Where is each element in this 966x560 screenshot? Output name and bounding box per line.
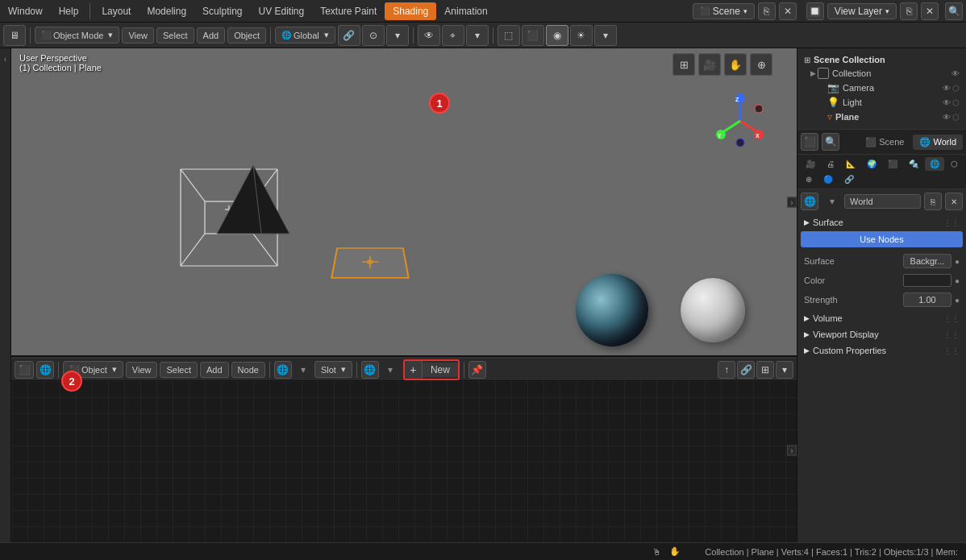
menu-texture-paint[interactable]: Texture Paint [312,2,385,20]
surface-section-header[interactable]: ▶ Surface ⋮⋮ [801,215,963,230]
prop-tab-physics[interactable]: 🔵 [818,172,838,186]
viewport-collapse-right[interactable]: › [787,197,797,207]
shading-dropdown-btn[interactable]: ▾ [466,25,489,46]
volume-section-header[interactable]: ▶ Volume ⋮⋮ [801,311,963,326]
props-type-btn[interactable]: ⬛ [801,133,818,151]
search-btn[interactable]: 🔍 [945,2,963,20]
node-select-btn[interactable]: Select [160,362,198,378]
prop-tab-scene[interactable]: 🌍 [862,157,881,171]
node-slot-dropdown[interactable]: Slot [314,361,352,378]
view-toggle-btn[interactable]: ⊞ [672,53,695,76]
menu-uv-editing[interactable]: UV Editing [250,2,312,20]
strength-value[interactable]: 1.00 [903,292,951,307]
world-tab[interactable]: 🌐 World [913,135,963,150]
node-node-btn[interactable]: Node [231,362,265,378]
node-dropdown-arrow[interactable]: ▾ [294,361,312,379]
light-item[interactable]: ▶ 💡 Light 👁 ⬡ [801,95,963,110]
camera-eye[interactable]: 👁 [943,84,951,93]
camera-item[interactable]: ▶ 📷 Camera 👁 ⬡ [801,81,963,95]
menu-shading[interactable]: Shading [385,2,436,20]
prop-tab-object-data[interactable]: ⬛ [883,157,902,171]
gizmo-btn[interactable]: ⌖ [442,25,464,46]
collection-eye[interactable]: 👁 [951,69,960,78]
camera-extra-btn[interactable]: ⬡ [952,84,960,93]
3d-viewport[interactable]: User Perspective (1) Collection | Plane [11,48,797,357]
world-type-icon[interactable]: 🌐 [801,193,818,210]
node-more-btn[interactable]: ▾ [776,361,793,379]
scene-selector[interactable]: ⬛ Scene ▾ [693,3,755,19]
prop-tab-constraints2[interactable]: 🔗 [839,172,859,186]
node-view-btn[interactable]: View [126,362,158,378]
new-plus-btn[interactable]: + [405,361,423,379]
viewlayer-selector[interactable]: View Layer ▾ [827,3,897,19]
viewlayer-copy-btn[interactable]: ⎘ [900,2,918,20]
prop-tab-output[interactable]: 🖨 [822,157,839,171]
world-new-btn[interactable]: ✕ [945,193,963,210]
surface-dot[interactable]: ● [955,257,960,266]
world-copy-btn[interactable]: ⎘ [924,193,942,210]
editor-type-btn[interactable]: 🖥 [3,25,26,46]
viewport-shading-material[interactable]: ◉ [546,25,568,46]
menu-window[interactable]: Window [0,2,51,20]
viewport-shading-wireframe[interactable]: ⬚ [498,25,520,46]
viewport-shading-solid[interactable]: ⬛ [522,25,544,46]
node-world-icon3[interactable]: 🌐 [361,361,379,379]
node-dropdown-arrow2[interactable]: ▾ [381,361,399,379]
object-mode-dropdown[interactable]: ⬛ Object Mode [35,27,119,44]
surface-value[interactable]: Backgr... [903,254,951,268]
prop-tab-object-constraints[interactable]: 🔩 [904,157,923,171]
node-layout-btn[interactable]: ⊞ [756,361,774,379]
node-object-mode-dropdown[interactable]: ⬛ Object [63,361,123,378]
node-snap-btn[interactable]: 🔗 [737,361,755,379]
world-name-field[interactable]: World [844,194,921,209]
view-btn[interactable]: View [122,27,154,44]
color-swatch[interactable] [903,274,951,287]
viewport-gizmo[interactable]: Z X Y [712,93,768,149]
node-editor-collapse-right[interactable]: › [787,446,797,456]
node-world-icon2[interactable]: 🌐 [274,361,292,379]
viewport-overlay-dropdown[interactable]: ▾ [594,25,617,46]
menu-sculpting[interactable]: Sculpting [194,2,250,20]
node-editor[interactable]: ⬛ 🌐 ⬛ Object View Select Add Node 🌐 ▾ Sl… [11,357,797,542]
prop-tab-world[interactable]: 🌐 [925,157,944,171]
custom-props-section-header[interactable]: ▶ Custom Properties ⋮⋮ [801,343,963,358]
scene-copy-btn[interactable]: ⎘ [758,2,776,20]
world-browse-btn[interactable]: ▾ [823,193,841,210]
scene-tab[interactable]: ⬛ Scene [859,135,910,150]
scene-close-btn[interactable]: ✕ [779,2,797,20]
menu-animation[interactable]: Animation [436,2,495,20]
plane-eye[interactable]: 👁 [943,113,951,122]
camera-view-btn[interactable]: 🎥 [698,53,721,76]
add-btn[interactable]: Add [197,27,226,44]
overlay-btn[interactable]: 👁 [418,25,440,46]
new-label-btn[interactable]: New [423,363,458,377]
viewport-lock-btn[interactable]: ⊕ [750,53,772,76]
magnet-btn[interactable]: 🔗 [338,25,360,46]
prop-tab-render[interactable]: 🎥 [801,157,820,171]
menu-layout[interactable]: Layout [94,2,139,20]
menu-modeling[interactable]: Modeling [139,2,194,20]
node-upload-btn[interactable]: ↑ [718,361,735,379]
viewport-shading-rendered[interactable]: ☀ [570,25,593,46]
proportional-falloff-btn[interactable]: ▾ [386,25,409,46]
render-engine-icon[interactable]: 🔲 [806,2,824,20]
prop-tab-material[interactable]: ⬡ [946,157,963,171]
plane-extra-btn[interactable]: ⬡ [952,113,960,122]
node-add-btn[interactable]: Add [200,362,229,378]
plane-item[interactable]: ▶ ▿ Plane 👁 ⬡ [801,110,963,124]
select-btn[interactable]: Select [156,27,194,44]
light-eye[interactable]: 👁 [943,98,951,107]
walk-mode-btn[interactable]: ✋ [724,53,747,76]
node-editor-world-icon[interactable]: 🌐 [36,361,54,379]
transform-dropdown[interactable]: 🌐 Global [275,27,335,44]
light-extra-btn[interactable]: ⬡ [952,98,960,107]
node-editor-content[interactable]: 2 [11,381,797,542]
left-sidebar-toggle[interactable]: ‹ [4,55,6,64]
viewlayer-close-btn[interactable]: ✕ [921,2,939,20]
node-pin-btn[interactable]: 📌 [468,361,486,379]
filter-btn[interactable]: 🔍 [822,133,839,151]
prop-tab-view-layer[interactable]: 📐 [841,157,860,171]
viewport-display-section-header[interactable]: ▶ Viewport Display ⋮⋮ [801,327,963,342]
collection-item[interactable]: ▶ Collection 👁 [801,66,963,81]
proportional-edit-btn[interactable]: ⊙ [362,25,385,46]
